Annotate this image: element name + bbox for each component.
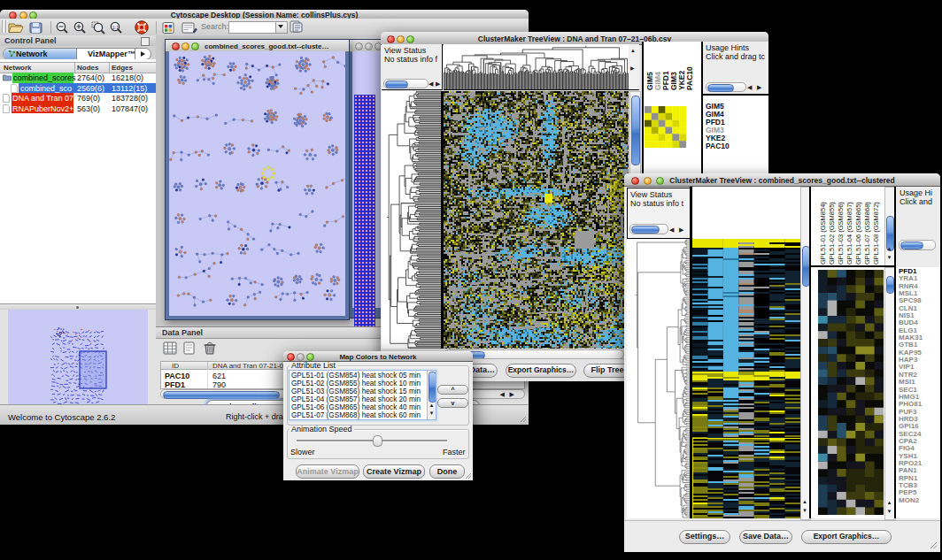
svg-text:GPL51-06 (GSM865): GPL51-06 (GSM865) [854,202,862,265]
svg-text:GPL51-04 (GSM857): GPL51-04 (GSM857) [845,202,853,265]
svg-text:1:1: 1:1 [112,25,119,30]
svg-text:GPL51-07 (GSM868): GPL51-07 (GSM868) [863,202,871,265]
svg-text:GPL51-03 (GSM856): GPL51-03 (GSM856) [837,202,845,265]
svg-text:GPL51-08 (GSM872): GPL51-08 (GSM872) [872,202,880,265]
svg-text:PAC10: PAC10 [685,66,694,90]
svg-text:GPL51-01 (GSM854): GPL51-01 (GSM854) [819,202,827,265]
svg-text:GPL51-02 (GSM855): GPL51-02 (GSM855) [828,202,836,265]
